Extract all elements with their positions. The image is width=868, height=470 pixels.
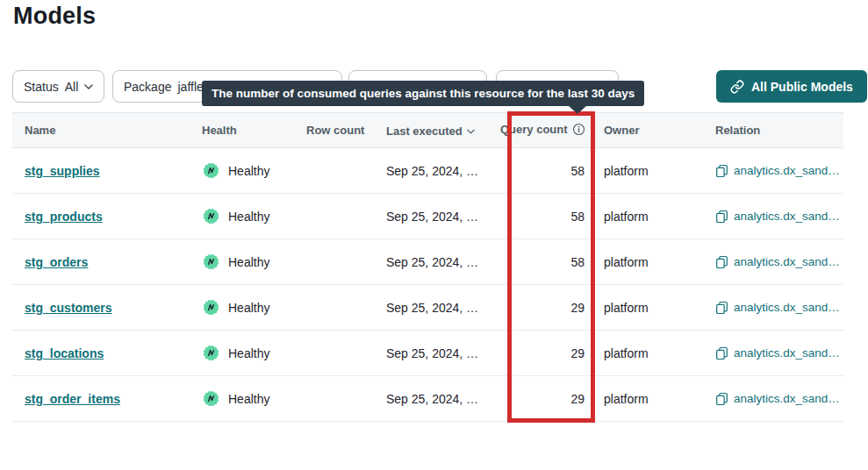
column-header-health: Health [190, 113, 306, 148]
cell-health: Healthy [190, 194, 306, 239]
health-healthy-icon [202, 389, 220, 408]
table-row: stg_supplies Healthy Sep 25, 2024, … 58 … [12, 148, 843, 194]
model-name-link[interactable]: stg_products [25, 210, 103, 224]
health-label: Healthy [228, 392, 269, 406]
model-name-link[interactable]: stg_locations [25, 346, 104, 360]
relation-link[interactable]: analytics.dx_sand… [715, 346, 843, 360]
link-icon [730, 80, 744, 94]
cell-last-executed: Sep 25, 2024, … [375, 331, 500, 376]
cell-query-count: 58 [500, 239, 595, 285]
cell-last-executed: Sep 25, 2024, … [375, 148, 500, 194]
cell-row-count [306, 376, 375, 422]
cell-row-count [306, 194, 375, 239]
health-label: Healthy [228, 210, 269, 224]
column-header-query-count: Query count [500, 113, 595, 148]
table-row: stg_products Healthy Sep 25, 2024, … 58 … [12, 194, 843, 239]
cell-model-name: stg_supplies [12, 148, 190, 194]
cell-model-name: stg_products [12, 194, 190, 239]
query-count-tooltip: The number of consumed queries against t… [202, 81, 644, 106]
cell-row-count [306, 239, 375, 285]
status-filter-label: Status [24, 80, 59, 94]
info-icon[interactable] [572, 123, 585, 139]
cell-model-name: stg_customers [12, 285, 190, 331]
health-healthy-icon [202, 253, 220, 271]
cell-model-name: stg_order_items [12, 376, 190, 422]
cell-health: Healthy [190, 331, 306, 376]
cell-health: Healthy [190, 376, 306, 422]
health-healthy-icon [202, 298, 220, 317]
cell-relation: analytics.dx_sand… [703, 331, 843, 376]
relation-text: analytics.dx_sand… [734, 255, 840, 268]
cell-health: Healthy [190, 285, 306, 331]
health-healthy-icon [202, 344, 220, 362]
cell-model-name: stg_orders [12, 239, 190, 285]
health-label: Healthy [228, 164, 269, 178]
cell-row-count [306, 285, 375, 331]
model-name-link[interactable]: stg_order_items [25, 392, 120, 406]
cell-last-executed: Sep 25, 2024, … [375, 239, 500, 285]
relation-text: analytics.dx_sand… [734, 210, 840, 223]
cell-query-count: 29 [500, 376, 595, 422]
relation-text: analytics.dx_sand… [734, 301, 840, 314]
table-row: stg_order_items Healthy Sep 25, 2024, … … [12, 376, 843, 422]
health-label: Healthy [228, 346, 269, 360]
cell-health: Healthy [190, 148, 306, 194]
page-title: Models [13, 3, 96, 30]
cell-query-count: 58 [500, 194, 595, 239]
copy-icon [715, 210, 728, 223]
copy-icon [715, 301, 728, 314]
status-filter-value: All [65, 80, 79, 94]
all-public-models-label: All Public Models [751, 80, 853, 94]
column-header-owner: Owner [595, 113, 703, 148]
cell-owner: platform [595, 148, 703, 194]
copy-icon [715, 346, 728, 360]
model-name-link[interactable]: stg_customers [25, 301, 112, 315]
model-name-link[interactable]: stg_orders [25, 255, 88, 269]
relation-link[interactable]: analytics.dx_sand… [715, 210, 843, 223]
copy-icon [715, 164, 728, 177]
models-table: Name Health Row count Last executed Quer… [12, 112, 843, 422]
sort-chevron-down-icon[interactable] [467, 124, 475, 137]
package-filter-label: Package [124, 80, 171, 94]
cell-model-name: stg_locations [12, 331, 190, 376]
cell-relation: analytics.dx_sand… [703, 239, 843, 285]
column-header-name: Name [12, 113, 190, 148]
cell-row-count [306, 148, 375, 194]
cell-last-executed: Sep 25, 2024, … [375, 194, 500, 239]
model-name-link[interactable]: stg_supplies [25, 164, 100, 178]
table-row: stg_locations Healthy Sep 25, 2024, … 29… [12, 331, 843, 376]
health-label: Healthy [228, 301, 269, 315]
relation-link[interactable]: analytics.dx_sand… [715, 392, 843, 405]
relation-text: analytics.dx_sand… [734, 392, 840, 405]
relation-link[interactable]: analytics.dx_sand… [715, 255, 843, 268]
cell-relation: analytics.dx_sand… [703, 376, 843, 422]
column-header-relation: Relation [703, 113, 843, 148]
relation-text: analytics.dx_sand… [734, 164, 840, 177]
cell-relation: analytics.dx_sand… [703, 285, 843, 331]
column-header-row-count: Row count [306, 113, 375, 148]
column-header-last-executed[interactable]: Last executed [375, 113, 500, 148]
cell-query-count: 29 [500, 331, 595, 376]
cell-relation: analytics.dx_sand… [703, 148, 843, 194]
health-label: Healthy [228, 255, 269, 269]
copy-icon [715, 392, 728, 405]
relation-text: analytics.dx_sand… [734, 346, 840, 360]
cell-last-executed: Sep 25, 2024, … [375, 285, 500, 331]
table-header-row: Name Health Row count Last executed Quer… [12, 113, 843, 148]
cell-owner: platform [595, 239, 703, 285]
all-public-models-button[interactable]: All Public Models [716, 70, 867, 103]
status-filter-dropdown[interactable]: Status All [12, 70, 104, 103]
cell-relation: analytics.dx_sand… [703, 194, 843, 239]
cell-query-count: 58 [500, 148, 595, 194]
cell-owner: platform [595, 331, 703, 376]
relation-link[interactable]: analytics.dx_sand… [715, 164, 843, 177]
relation-link[interactable]: analytics.dx_sand… [715, 301, 843, 314]
health-healthy-icon [202, 161, 220, 180]
table-row: stg_customers Healthy Sep 25, 2024, … 29… [12, 285, 843, 331]
chevron-down-icon [84, 84, 93, 89]
cell-last-executed: Sep 25, 2024, … [375, 376, 500, 422]
cell-owner: platform [595, 376, 703, 422]
cell-health: Healthy [190, 239, 306, 285]
cell-owner: platform [595, 285, 703, 331]
tooltip-arrow [568, 105, 587, 114]
